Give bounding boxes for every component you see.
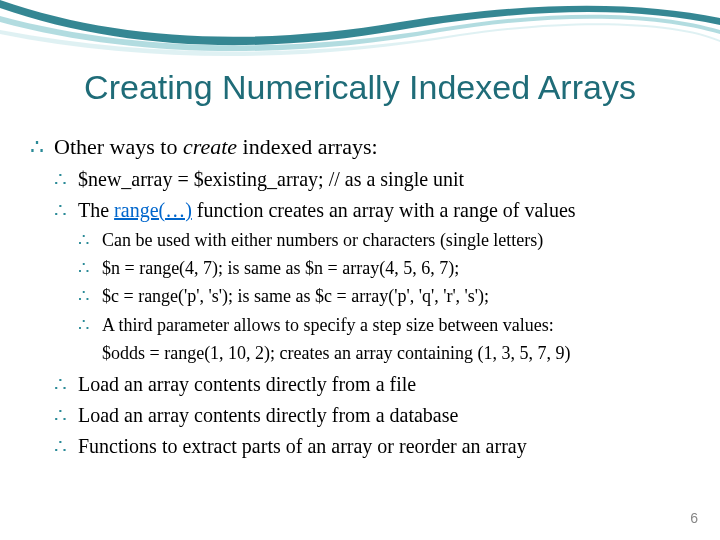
bullet-mark-icon: ∴	[30, 132, 44, 162]
bullet-mark-icon: ∴	[54, 402, 67, 429]
bullet-sub1: ∴ $new_array = $existing_array; // as a …	[54, 166, 690, 193]
bullet-mark-icon: ∴	[78, 284, 89, 308]
slide: Creating Numerically Indexed Arrays ∴ Ot…	[0, 0, 720, 540]
slide-title: Creating Numerically Indexed Arrays	[0, 68, 720, 107]
text: Other ways to	[54, 134, 183, 159]
bullet-mark-icon: ∴	[78, 228, 89, 252]
text: $n = range(4, 7); is same as $n = array(…	[102, 258, 459, 278]
bullet-sub2d: ∴ A third parameter allows to specify a …	[78, 313, 690, 337]
decorative-swoosh	[0, 0, 720, 70]
bullet-sub2a: ∴ Can be used with either numbers or cha…	[78, 228, 690, 252]
bullet-sub5: ∴ Functions to extract parts of an array…	[54, 433, 690, 460]
bullet-mark-icon: ∴	[54, 197, 67, 224]
text: Load an array contents directly from a d…	[78, 404, 458, 426]
bullet-sub2: ∴ The range(…) function creates an array…	[54, 197, 690, 224]
text: The	[78, 199, 114, 221]
slide-body: ∴ Other ways to create indexed arrays: ∴…	[30, 130, 690, 464]
bullet-mark-icon: ∴	[54, 433, 67, 460]
text: Can be used with either numbers or chara…	[102, 230, 543, 250]
text: $new_array = $existing_array; // as a si…	[78, 168, 464, 190]
text: Load an array contents directly from a f…	[78, 373, 416, 395]
text: A third parameter allows to specify a st…	[102, 315, 554, 335]
text-em: create	[183, 134, 237, 159]
text: $c = range('p', 's'); is same as $c = ar…	[102, 286, 489, 306]
bullet-sub2c: ∴ $c = range('p', 's'); is same as $c = …	[78, 284, 690, 308]
bullet-sub2d-code: $odds = range(1, 10, 2); creates an arra…	[102, 341, 690, 365]
bullet-sub4: ∴ Load an array contents directly from a…	[54, 402, 690, 429]
text: Functions to extract parts of an array o…	[78, 435, 527, 457]
bullet-mark-icon: ∴	[78, 256, 89, 280]
bullet-mark-icon: ∴	[54, 166, 67, 193]
bullet-sub3: ∴ Load an array contents directly from a…	[54, 371, 690, 398]
bullet-mark-icon: ∴	[78, 313, 89, 337]
range-link[interactable]: range(…)	[114, 199, 192, 221]
text: indexed arrays:	[237, 134, 378, 159]
bullet-mark-icon: ∴	[54, 371, 67, 398]
bullet-sub2b: ∴ $n = range(4, 7); is same as $n = arra…	[78, 256, 690, 280]
bullet-main: ∴ Other ways to create indexed arrays:	[30, 132, 690, 162]
text: function creates an array with a range o…	[192, 199, 576, 221]
page-number: 6	[690, 510, 698, 526]
